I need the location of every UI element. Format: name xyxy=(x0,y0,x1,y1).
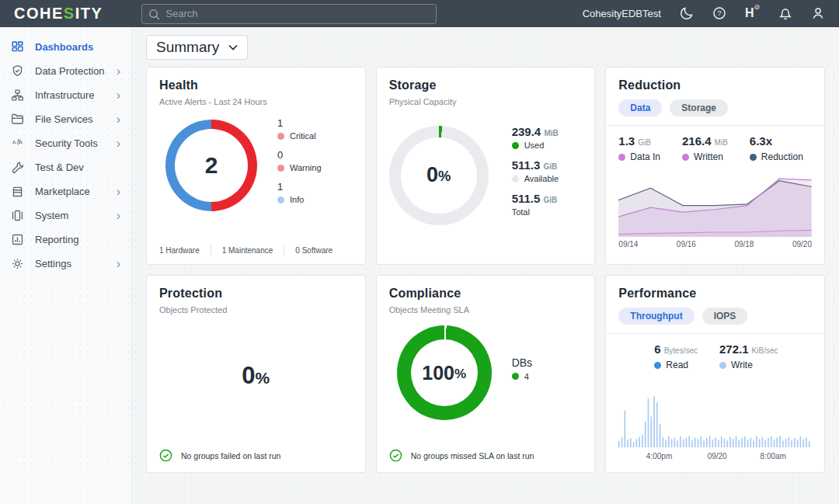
wrench-icon xyxy=(11,161,25,175)
report-icon xyxy=(11,233,25,247)
helios-status-icon[interactable]: H⊘ xyxy=(745,6,760,20)
sidebar-item-test-dev[interactable]: Test & Dev xyxy=(0,155,131,179)
chevron-right-icon: › xyxy=(117,258,120,270)
sidebar-item-label: Marketplace xyxy=(35,186,90,197)
card-subtitle: Objects Protected xyxy=(159,305,353,315)
health-card: Health Active Alerts - Last 24 Hours 2 1… xyxy=(146,67,366,265)
stat-read: 6Bytes/sec Read xyxy=(654,342,698,370)
sidebar-item-marketplace[interactable]: Marketplace › xyxy=(0,179,131,203)
performance-stats: 6Bytes/sec Read 272.1KiB/sec Write xyxy=(606,334,824,370)
shield-check-icon xyxy=(11,64,25,78)
main-content: Summary Health Active Alerts - Last 24 H… xyxy=(132,27,839,504)
tab-data[interactable]: Data xyxy=(618,99,662,116)
dashboard-cards-grid: Health Active Alerts - Last 24 Hours 2 1… xyxy=(146,67,825,473)
used-dot xyxy=(512,142,519,149)
reduction-x-axis: 09/14 09/16 09/18 09/20 xyxy=(606,237,824,249)
logo-accent-letter: S xyxy=(64,5,75,23)
sidebar-item-file-services[interactable]: File Services › xyxy=(0,107,131,131)
card-subtitle: Physical Capacity xyxy=(389,97,583,106)
performance-x-axis: 4:00pm 09/20 8:00am xyxy=(618,452,812,463)
chevron-right-icon: › xyxy=(117,65,120,78)
sidebar-item-data-protection[interactable]: Data Protection › xyxy=(0,59,131,83)
sidebar-item-label: Dashboards xyxy=(35,41,93,53)
health-donut-chart: 2 xyxy=(165,120,257,211)
dbs-dot xyxy=(512,373,519,380)
grid-icon xyxy=(11,40,25,54)
read-dot xyxy=(654,362,661,369)
reduction-tabs: Data Storage xyxy=(618,99,812,116)
chevron-right-icon: › xyxy=(117,113,120,126)
topbar-actions: CohesityEDBTest ? H⊘ xyxy=(583,6,825,20)
storage-legend: 239.4 MiB Used 511.3 GiB Available 511.5… xyxy=(512,125,559,225)
sidebar-item-label: File Services xyxy=(35,113,92,125)
card-title: Reduction xyxy=(618,78,812,92)
sidebar-item-label: Security Tools xyxy=(35,137,98,149)
card-subtitle: Objects Meeting SLA xyxy=(389,305,583,315)
card-title: Storage xyxy=(389,78,583,92)
help-icon[interactable]: ? xyxy=(712,6,726,20)
sidebar-item-security-tools[interactable]: Security Tools › xyxy=(0,131,131,155)
card-title: Performance xyxy=(618,287,812,301)
fingerprint-icon xyxy=(11,137,25,151)
performance-tabs: Throughput IOPS xyxy=(618,308,812,325)
chevron-right-icon: › xyxy=(117,210,120,222)
top-header: COHESITY CohesityEDBTest ? H⊘ xyxy=(0,0,839,27)
app-root: COHESITY CohesityEDBTest ? H⊘ xyxy=(0,0,839,504)
legend-item-available: 511.3 GiB Available xyxy=(512,158,559,183)
sidebar-item-label: System xyxy=(35,210,68,221)
legend-item-used: 239.4 MiB Used xyxy=(512,125,559,150)
stat-data-in: 1.3GiB Data In xyxy=(618,134,660,162)
card-title: Protection xyxy=(159,287,353,301)
check-circle-icon xyxy=(389,449,402,462)
compliance-legend: DBs 4 xyxy=(512,356,532,381)
health-legend: 1 Critical 0 Warning 1 Info xyxy=(277,117,322,213)
legend-item-warning: 0 Warning xyxy=(277,149,322,172)
sidebar-item-reporting[interactable]: Reporting xyxy=(0,228,131,252)
gear-icon xyxy=(11,257,25,271)
warning-dot xyxy=(277,165,284,172)
legend-item-info: 1 Info xyxy=(277,181,322,204)
sidebar-item-infrastructure[interactable]: Infrastructure › xyxy=(0,83,131,107)
compliance-donut-chart: 100% xyxy=(397,325,492,420)
sitemap-icon xyxy=(11,89,25,103)
device-icon xyxy=(11,209,25,223)
sidebar-item-label: Settings xyxy=(35,258,71,269)
divider xyxy=(211,245,211,256)
logo-text: COHE xyxy=(14,5,64,23)
dashboard-selector-label: Summary xyxy=(156,39,219,56)
legend-item-total: 511.5 GiB Total xyxy=(512,192,559,217)
chevron-down-icon xyxy=(228,44,238,50)
user-account-icon[interactable] xyxy=(811,6,825,20)
sidebar-item-dashboards[interactable]: Dashboards xyxy=(0,35,131,59)
sidebar-nav: Dashboards Data Protection › Infrastruct… xyxy=(0,27,132,504)
health-footer: 1 Hardware 1 Maintenance 0 Software xyxy=(159,245,353,256)
cohesity-logo[interactable]: COHESITY xyxy=(14,5,103,23)
sidebar-item-settings[interactable]: Settings › xyxy=(0,252,131,276)
sidebar-item-label: Reporting xyxy=(35,234,78,245)
compliance-footnote: No groups missed SLA on last run xyxy=(389,449,534,462)
tab-storage[interactable]: Storage xyxy=(670,99,728,116)
check-circle-icon xyxy=(159,449,172,462)
tab-throughput[interactable]: Throughput xyxy=(618,308,694,325)
stat-reduction-ratio: 6.3x Reduction xyxy=(750,134,803,162)
compliance-card: Compliance Objects Meeting SLA 100% DBs … xyxy=(376,275,596,473)
chevron-right-icon: › xyxy=(117,137,120,150)
sidebar-item-system[interactable]: System › xyxy=(0,203,131,228)
dashboard-selector-dropdown[interactable]: Summary xyxy=(146,35,248,60)
tab-iops[interactable]: IOPS xyxy=(702,308,748,325)
chevron-right-icon: › xyxy=(117,89,120,102)
performance-bar-chart xyxy=(618,396,812,447)
write-dot xyxy=(719,362,726,369)
chevron-right-icon: › xyxy=(117,186,120,198)
sidebar-item-label: Data Protection xyxy=(35,65,105,77)
info-dot xyxy=(277,196,284,203)
reduction-dot xyxy=(750,154,757,161)
dark-mode-moon-icon[interactable] xyxy=(680,6,694,20)
search-input[interactable] xyxy=(141,4,437,24)
storage-donut-chart: 0% xyxy=(389,126,489,225)
notifications-bell-icon[interactable] xyxy=(778,6,792,20)
data-in-dot xyxy=(618,154,625,161)
reduction-area-chart xyxy=(618,170,812,237)
sidebar-item-label: Test & Dev xyxy=(35,162,84,173)
stat-write: 272.1KiB/sec Write xyxy=(719,342,778,370)
